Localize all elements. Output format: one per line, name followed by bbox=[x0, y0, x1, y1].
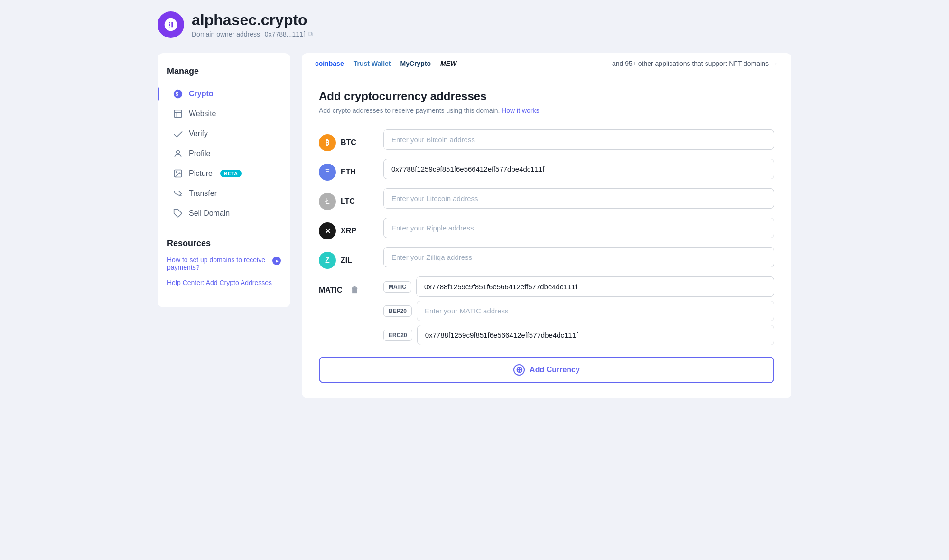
ltc-label: Ł LTC bbox=[319, 188, 376, 210]
matic-tag-badge: MATIC bbox=[383, 281, 411, 293]
sidebar-item-label: Verify bbox=[189, 129, 208, 138]
matic-row: MATIC 🗑 MATIC BEP20 bbox=[319, 276, 774, 345]
sidebar-item-crypto[interactable]: $ Crypto bbox=[167, 84, 281, 104]
sidebar-item-website[interactable]: Website bbox=[167, 104, 281, 124]
sidebar-item-profile[interactable]: Profile bbox=[167, 144, 281, 164]
content-body: Add cryptocurrency addresses Add crypto … bbox=[302, 74, 791, 398]
svg-rect-3 bbox=[175, 110, 182, 118]
sidebar-item-label: Profile bbox=[189, 149, 210, 158]
mew-logo: MEW bbox=[440, 60, 456, 67]
owner-address: 0x7788...111f bbox=[265, 30, 305, 38]
ltc-input[interactable] bbox=[383, 188, 774, 209]
how-it-works-link[interactable]: How it works bbox=[502, 107, 539, 114]
trust-wallet-logo: Trust Wallet bbox=[354, 60, 391, 67]
main-layout: Manage $ Crypto bbox=[158, 53, 791, 398]
svg-text:$: $ bbox=[176, 92, 178, 97]
ltc-row: Ł LTC bbox=[319, 188, 774, 210]
eth-icon: Ξ bbox=[319, 164, 336, 181]
mycrypto-logo: MyCrypto bbox=[400, 60, 431, 67]
eth-ticker: ETH bbox=[341, 168, 356, 176]
bep20-tag-badge: BEP20 bbox=[383, 305, 412, 317]
svg-point-6 bbox=[177, 150, 180, 154]
app-bar: coinbase Trust Wallet MyCrypto MEW and 9… bbox=[302, 53, 791, 74]
matic-input-row-3: ERC20 bbox=[383, 325, 774, 345]
btc-icon: ₿ bbox=[319, 134, 336, 151]
app-bar-more: and 95+ other applications that support … bbox=[612, 60, 778, 67]
sidebar: Manage $ Crypto bbox=[158, 53, 290, 307]
verify-icon bbox=[173, 129, 183, 139]
sidebar-item-label: Crypto bbox=[189, 90, 214, 98]
page-header: ∞ alphasec.crypto Domain owner address: … bbox=[158, 11, 791, 38]
ltc-inputs bbox=[383, 188, 774, 209]
zil-input[interactable] bbox=[383, 247, 774, 267]
xrp-label: ✕ XRP bbox=[319, 218, 376, 239]
crypto-icon: $ bbox=[173, 89, 183, 99]
sidebar-nav: $ Crypto Website bbox=[167, 84, 281, 223]
resources-title: Resources bbox=[167, 239, 281, 248]
xrp-icon: ✕ bbox=[319, 222, 336, 239]
helpcenter-link[interactable]: Help Center: Add Crypto Addresses bbox=[167, 279, 281, 286]
btc-input[interactable] bbox=[383, 129, 774, 150]
sidebar-item-label: Picture bbox=[189, 169, 213, 178]
svg-point-8 bbox=[176, 172, 177, 173]
sidebar-item-transfer[interactable]: Transfer bbox=[167, 184, 281, 203]
picture-icon bbox=[173, 168, 183, 179]
ltc-icon: Ł bbox=[319, 193, 336, 210]
eth-label: Ξ ETH bbox=[319, 159, 376, 181]
copy-address-icon[interactable]: ⧉ bbox=[308, 30, 313, 38]
add-currency-button[interactable]: ⊕ Add Currency bbox=[319, 357, 774, 383]
coinbase-logo: coinbase bbox=[315, 60, 344, 67]
content-panel: coinbase Trust Wallet MyCrypto MEW and 9… bbox=[302, 53, 791, 398]
setup-domains-link[interactable]: How to set up domains to receive payment… bbox=[167, 256, 281, 271]
plus-circle-icon: ⊕ bbox=[513, 364, 525, 376]
matic-delete-button[interactable]: 🗑 bbox=[347, 281, 363, 299]
sidebar-item-sell[interactable]: Sell Domain bbox=[167, 203, 281, 223]
matic-ticker: MATIC bbox=[319, 286, 342, 294]
profile-icon bbox=[173, 148, 183, 159]
more-arrow: → bbox=[772, 60, 778, 67]
setup-domains-text: How to set up domains to receive payment… bbox=[167, 256, 270, 271]
eth-input[interactable] bbox=[383, 159, 774, 179]
matic-input-row-2: BEP20 bbox=[383, 301, 774, 321]
sidebar-item-label: Transfer bbox=[189, 189, 217, 198]
matic-erc20-input[interactable] bbox=[417, 325, 774, 345]
website-icon bbox=[173, 109, 183, 119]
sidebar-item-label: Website bbox=[189, 110, 216, 118]
sidebar-item-verify[interactable]: Verify bbox=[167, 124, 281, 144]
section-desc: Add crypto addresses to receive payments… bbox=[319, 107, 774, 114]
matic-input-row-1: MATIC bbox=[383, 276, 774, 297]
header-text: alphasec.crypto Domain owner address: 0x… bbox=[192, 11, 313, 38]
sidebar-item-label: Sell Domain bbox=[189, 209, 230, 218]
sidebar-item-picture[interactable]: Picture BETA bbox=[167, 164, 281, 184]
crypto-rows: ₿ BTC Ξ ETH bbox=[319, 129, 774, 345]
xrp-row: ✕ XRP bbox=[319, 218, 774, 239]
xrp-input[interactable] bbox=[383, 218, 774, 238]
transfer-icon bbox=[173, 188, 183, 199]
more-text: and 95+ other applications that support … bbox=[612, 60, 769, 67]
sell-icon bbox=[173, 208, 183, 219]
manage-title: Manage bbox=[167, 66, 281, 76]
erc20-tag-badge: ERC20 bbox=[383, 330, 412, 341]
add-currency-label: Add Currency bbox=[530, 366, 580, 374]
zil-inputs bbox=[383, 247, 774, 267]
owner-label: Domain owner address: bbox=[192, 30, 262, 38]
matic-inputs: MATIC BEP20 ERC20 bbox=[383, 276, 774, 345]
ltc-ticker: LTC bbox=[341, 197, 355, 206]
domain-name: alphasec.crypto bbox=[192, 11, 313, 29]
owner-subtitle: Domain owner address: 0x7788...111f ⧉ bbox=[192, 30, 313, 38]
zil-ticker: ZIL bbox=[341, 256, 352, 265]
btc-row: ₿ BTC bbox=[319, 129, 774, 151]
section-title: Add cryptocurrency addresses bbox=[319, 90, 774, 103]
zil-row: Z ZIL bbox=[319, 247, 774, 269]
helpcenter-text: Help Center: Add Crypto Addresses bbox=[167, 279, 272, 286]
svg-text:∞: ∞ bbox=[166, 19, 172, 29]
btc-ticker: BTC bbox=[341, 138, 356, 147]
matic-matic-input[interactable] bbox=[416, 276, 774, 297]
beta-badge: BETA bbox=[220, 170, 242, 177]
btc-inputs bbox=[383, 129, 774, 150]
zil-label: Z ZIL bbox=[319, 247, 376, 269]
matic-bep20-input[interactable] bbox=[417, 301, 774, 321]
xrp-inputs bbox=[383, 218, 774, 238]
matic-actions: MATIC 🗑 bbox=[319, 276, 363, 299]
play-icon bbox=[272, 257, 281, 265]
